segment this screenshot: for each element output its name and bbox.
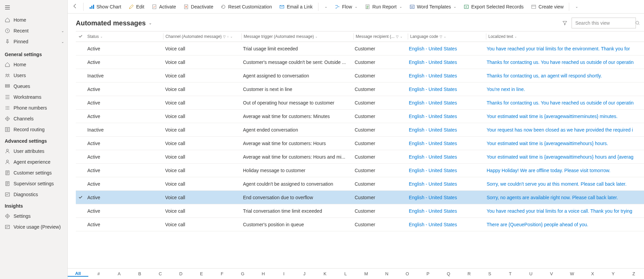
table-row[interactable]: ActiveVoice callEnd conversation due to … [76,191,644,204]
nav-item[interactable]: Settings [0,211,67,222]
nav-item[interactable]: Voice usage (Preview) [0,222,67,232]
table-row[interactable]: ActiveVoice callOut of operating hour me… [76,96,644,110]
alpha-filter[interactable]: S [480,271,500,276]
cell-language[interactable]: English - United States [407,168,485,173]
activate-button[interactable]: Activate [148,2,179,11]
cell-language[interactable]: English - United States [407,127,485,133]
row-checkbox[interactable] [76,141,85,146]
row-checkbox[interactable] [76,154,85,160]
nav-item[interactable]: Record routing [0,124,67,135]
col-header-trigger[interactable]: Message trigger (Automated message) ⌄ [242,34,353,39]
cell-language[interactable]: English - United States [407,73,485,78]
col-header-language[interactable]: Language code ▽ ⌄ [408,34,486,39]
cell-localized-text[interactable]: You have reached your trial limits for a… [485,208,644,214]
row-checkbox[interactable] [76,100,85,106]
cell-localized-text[interactable]: Your request has now been closed as we h… [485,127,644,133]
alpha-filter[interactable]: H [253,271,273,276]
edit-button[interactable]: Edit [125,2,148,11]
cell-localized-text[interactable]: Thanks for contacting us, an agent will … [485,73,644,78]
alpha-filter[interactable]: E [191,271,212,276]
alpha-filter[interactable]: Y [603,271,624,276]
cell-language[interactable]: English - United States [407,154,485,160]
alpha-filter[interactable]: G [232,271,253,276]
create-view-button[interactable]: Create view [528,2,567,11]
email-link-dropdown[interactable]: ⌄ [320,3,331,10]
nav-home[interactable]: Home [0,15,67,25]
row-checkbox[interactable] [76,208,85,214]
alpha-filter[interactable]: C [150,271,171,276]
nav-item[interactable]: User attributes [0,146,67,157]
alpha-filter[interactable]: R [459,271,480,276]
hamburger-button[interactable] [0,1,67,15]
cell-language[interactable]: English - United States [407,114,485,119]
alpha-filter[interactable]: U [520,271,541,276]
cell-language[interactable]: English - United States [407,222,485,227]
alpha-filter[interactable]: P [418,271,438,276]
alpha-filter[interactable]: M [356,271,377,276]
cell-language[interactable]: English - United States [407,60,485,65]
reset-customization-button[interactable]: Reset Customization [217,2,275,11]
col-header-channel[interactable]: Channel (Automated message) ▽ ↑ ⌄ [163,34,241,39]
alpha-filter[interactable]: # [88,271,109,276]
filter-funnel-button[interactable] [562,20,568,26]
search-box[interactable] [572,18,636,28]
row-checkbox[interactable] [76,114,85,119]
cell-localized-text[interactable]: Thanks for contacting us. You have reach… [485,60,644,65]
table-row[interactable]: ActiveVoice callCustomer's message could… [76,55,644,69]
export-excel-button[interactable]: X Export Selected Records [460,2,527,11]
alpha-filter[interactable]: T [500,271,520,276]
deactivate-button[interactable]: Deactivate [180,2,217,11]
table-row[interactable]: ActiveVoice callAverage wait time for cu… [76,150,644,164]
cell-language[interactable]: English - United States [407,141,485,146]
nav-item[interactable]: Home [0,59,67,70]
alpha-filter[interactable]: Z [623,271,644,276]
cell-language[interactable]: English - United States [407,46,485,51]
alpha-filter[interactable]: X [582,271,603,276]
email-link-button[interactable]: Email a Link [276,2,316,11]
cell-language[interactable]: English - United States [407,195,485,200]
nav-item[interactable]: Queues [0,81,67,92]
table-row[interactable]: InactiveVoice callAgent assigned to conv… [76,69,644,83]
row-checkbox[interactable] [76,46,85,51]
cell-localized-text[interactable]: Your estimated wait time is {averagewait… [485,154,644,160]
nav-item[interactable]: Workstreams [0,92,67,102]
cell-language[interactable]: English - United States [407,181,485,187]
table-row[interactable]: ActiveVoice callAgent couldn't be assign… [76,177,644,191]
cell-language[interactable]: English - United States [407,208,485,214]
alpha-filter[interactable]: Q [438,271,459,276]
table-row[interactable]: ActiveVoice callTrial usage limit exceed… [76,42,644,55]
table-row[interactable]: InactiveVoice callAgent ended conversati… [76,123,644,137]
back-button[interactable] [69,1,81,13]
cell-language[interactable]: English - United States [407,100,485,106]
alpha-filter[interactable]: O [397,271,418,276]
cell-localized-text[interactable]: Sorry, we couldn't serve you at this mom… [485,181,644,187]
col-header-recipient[interactable]: Message recipient (... ▽ ⌄ [354,34,408,39]
nav-item[interactable]: Supervisor settings [0,178,67,189]
alpha-filter[interactable]: J [294,271,315,276]
row-checkbox[interactable] [76,127,85,133]
nav-item[interactable]: Phone numbers [0,102,67,113]
nav-item[interactable]: Agent experience [0,157,67,167]
alpha-filter[interactable]: B [129,271,150,276]
cell-localized-text[interactable]: There are {QueuePosition} people ahead o… [485,222,644,227]
alpha-filter[interactable]: All [68,271,88,277]
flow-button[interactable]: Flow ⌄ [331,2,361,11]
alpha-filter[interactable]: I [273,271,294,276]
alpha-filter[interactable]: N [376,271,397,276]
alpha-filter[interactable]: D [171,271,191,276]
search-input[interactable] [575,20,635,26]
nav-item[interactable]: Customer settings [0,167,67,178]
alpha-filter[interactable]: K [315,271,335,276]
col-header-localized-text[interactable]: Localized text ⌄ [486,34,644,39]
table-row[interactable]: ActiveVoice callAverage wait time for cu… [76,110,644,123]
nav-recent[interactable]: Recent ⌄ [0,25,67,36]
nav-item[interactable]: Channels [0,113,67,124]
select-all-checkbox[interactable] [76,34,85,39]
word-templates-button[interactable]: W Word Templates ⌄ [406,2,460,11]
run-report-button[interactable]: Run Report ⌄ [361,2,405,11]
cell-localized-text[interactable]: You're next in line. [485,87,644,92]
alpha-filter[interactable]: F [212,271,232,276]
alpha-filter[interactable]: L [335,271,356,276]
cell-localized-text[interactable]: Your estimated wait time is {averagewait… [485,114,644,119]
cell-localized-text[interactable]: Sorry, no agents are available right now… [485,195,644,200]
